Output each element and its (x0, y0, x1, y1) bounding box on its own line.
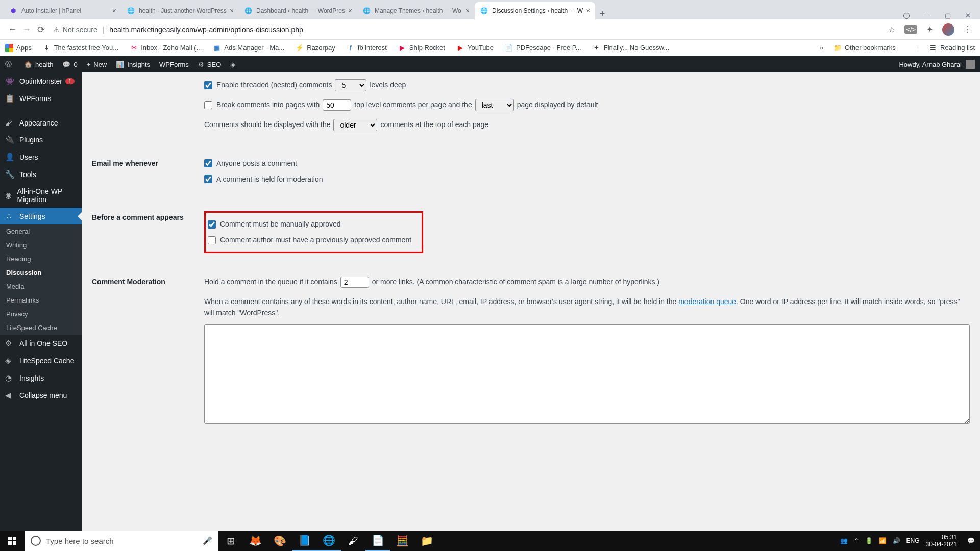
notifications-icon[interactable]: 💬 (967, 537, 975, 544)
maximize-icon[interactable]: ▢ (945, 12, 951, 19)
moderation-keys-textarea[interactable] (204, 324, 970, 424)
paginate-checkbox[interactable] (204, 101, 212, 109)
bookmark-overflow[interactable]: » (820, 44, 823, 52)
bookmark-item[interactable]: ⚡Razorpay (296, 44, 335, 52)
email-held-checkbox[interactable] (204, 175, 212, 183)
appearance-icon: 🖌 (5, 118, 15, 127)
back-button[interactable]: ← (5, 24, 19, 35)
battery-icon[interactable]: 🔋 (865, 537, 873, 544)
star-icon[interactable]: ☆ (888, 24, 895, 34)
prev-approved-checkbox[interactable] (208, 236, 216, 244)
comments-link[interactable]: 💬0 (62, 61, 77, 68)
new-tab-button[interactable]: + (595, 9, 609, 19)
pagesource-icon[interactable]: </> (904, 25, 917, 34)
comment-order-select[interactable]: older (333, 119, 377, 131)
submenu-writing[interactable]: Writing (0, 238, 82, 252)
bookmark-item[interactable]: ✉Inbox - Zoho Mail (... (130, 44, 202, 52)
browser-tab[interactable]: 🌐health - Just another WordPress× (121, 2, 239, 19)
sidebar-item-tools[interactable]: 🔧Tools (0, 166, 82, 183)
chrome-icon[interactable]: 🌐 (316, 531, 341, 551)
clock[interactable]: 05:3130-04-2021 (926, 534, 961, 548)
address-bar[interactable]: ⚠Not secure | health.marketingeasily.com… (53, 26, 883, 34)
firefox-icon[interactable]: 🦊 (243, 531, 267, 551)
sidebar-item-users[interactable]: 👤Users (0, 148, 82, 166)
wifi-icon[interactable]: 📶 (879, 537, 887, 544)
explorer-icon[interactable]: 📁 (414, 531, 439, 551)
threaded-levels-select[interactable]: 5 (335, 79, 366, 91)
insights-link[interactable]: 📊Insights (116, 61, 150, 68)
submenu-reading[interactable]: Reading (0, 252, 82, 266)
sidebar-item-plugins[interactable]: 🔌Plugins (0, 131, 82, 148)
comments-per-page-input[interactable] (323, 99, 351, 111)
bookmark-item[interactable]: ✦Finally... No Guessw... (593, 44, 669, 52)
bookmark-item[interactable]: ▶YouTube (456, 44, 494, 52)
volume-icon[interactable]: 🔊 (893, 537, 900, 544)
close-icon[interactable]: × (230, 7, 234, 15)
email-anyone-checkbox[interactable] (204, 159, 212, 167)
minimize-icon[interactable]: — (924, 12, 930, 19)
bookmark-item[interactable]: ⬇The fastest free You... (43, 44, 118, 52)
seo-link[interactable]: ⚙SEO (198, 61, 221, 68)
other-bookmarks[interactable]: 📁Other bookmarks (834, 44, 896, 52)
apps-button[interactable]: Apps (5, 44, 32, 52)
profile-avatar[interactable] (942, 23, 954, 36)
submenu-privacy[interactable]: Privacy (0, 307, 82, 321)
search-box[interactable]: Type here to search🎤 (24, 531, 218, 551)
new-content[interactable]: +New (87, 61, 107, 68)
bookmark-item[interactable]: ffb interest (347, 44, 387, 52)
start-button[interactable] (0, 531, 24, 551)
sidebar-item-wpforms[interactable]: 📋WPForms (0, 90, 82, 107)
people-icon[interactable]: 👥 (840, 537, 848, 544)
tray-up-icon[interactable]: ⌃ (854, 537, 859, 544)
manual-approve-checkbox[interactable] (208, 220, 216, 229)
wpforms-link[interactable]: WPForms (159, 61, 189, 68)
sidebar-item-appearance[interactable]: 🖌Appearance (0, 114, 82, 131)
sidebar-item-aioseo[interactable]: ⚙All in One SEO (0, 335, 82, 352)
submenu-discussion[interactable]: Discussion (0, 266, 82, 280)
submenu-litespeed[interactable]: LiteSpeed Cache (0, 321, 82, 335)
site-name[interactable]: 🏠health (24, 61, 53, 68)
mic-icon[interactable]: 🎤 (203, 536, 212, 545)
sidebar-item-migration[interactable]: ◉All-in-One WP Migration (0, 183, 82, 208)
submenu-permalinks[interactable]: Permalinks (0, 293, 82, 307)
my-account[interactable]: Howdy, Arnab Gharai (899, 60, 975, 69)
app-icon[interactable]: 🎨 (267, 531, 292, 551)
close-icon[interactable]: × (112, 7, 116, 15)
language-indicator[interactable]: ENG (906, 537, 920, 544)
extensions-icon[interactable]: ✦ (926, 24, 933, 34)
submenu-general[interactable]: General (0, 224, 82, 238)
forward-button[interactable]: → (19, 24, 34, 35)
close-window-icon[interactable]: ✕ (965, 12, 971, 19)
sidebar-item-settings[interactable]: ⛬Settings (0, 208, 82, 224)
max-links-input[interactable] (340, 277, 369, 288)
sidebar-item-insights[interactable]: ◔Insights (0, 369, 82, 387)
word-icon[interactable]: 📄 (365, 531, 390, 551)
sidebar-item-optinmonster[interactable]: 👾OptinMonster1 (0, 72, 82, 90)
paint-icon[interactable]: 🖌 (341, 531, 365, 551)
close-icon[interactable]: × (465, 7, 470, 15)
threaded-checkbox[interactable] (204, 81, 212, 89)
collapse-menu[interactable]: ◀Collapse menu (0, 387, 82, 404)
default-page-select[interactable]: last (475, 99, 514, 111)
calculator-icon[interactable]: 🧮 (390, 531, 414, 551)
bookmark-item[interactable]: ▶Ship Rocket (398, 44, 445, 52)
account-icon[interactable] (903, 13, 910, 19)
reload-button[interactable]: ⟳ (34, 24, 48, 35)
close-icon[interactable]: × (348, 7, 352, 15)
reading-list[interactable]: ☰Reading list (929, 44, 975, 52)
close-icon[interactable]: × (586, 7, 590, 15)
browser-tab[interactable]: 🌐Dashboard ‹ health — WordPres× (239, 2, 357, 19)
browser-tab[interactable]: 🌐Manage Themes ‹ health — Wo× (357, 2, 475, 19)
submenu-media[interactable]: Media (0, 280, 82, 293)
browser-tab-active[interactable]: 🌐Discussion Settings ‹ health — W× (475, 2, 595, 19)
bookmark-item[interactable]: ▦Ads Manager - Ma... (213, 44, 284, 52)
wp-logo[interactable]: ⓦ (5, 60, 15, 69)
bookmark-item[interactable]: 📄PDFescape - Free P... (505, 44, 581, 52)
moderation-queue-link[interactable]: moderation queue (678, 297, 736, 306)
browser-tab[interactable]: ⬢Auto Installer | hPanel× (4, 2, 121, 19)
task-view-icon[interactable]: ⊞ (218, 531, 243, 551)
purge-cache[interactable]: ◈ (230, 61, 238, 68)
menu-icon[interactable]: ⋮ (964, 24, 972, 34)
sidebar-item-litespeed[interactable]: ◈LiteSpeed Cache (0, 352, 82, 369)
notepad-icon[interactable]: 📘 (292, 531, 316, 551)
